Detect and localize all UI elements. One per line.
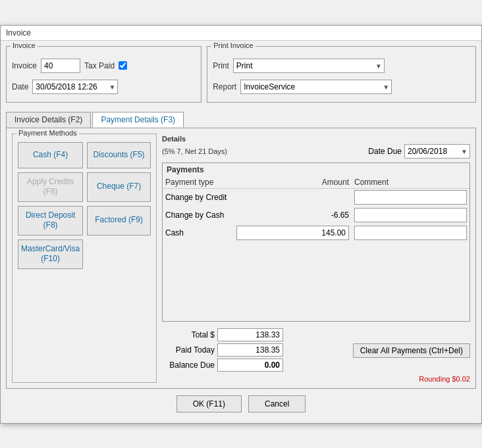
date-input[interactable] (32, 80, 118, 94)
invoice-group: Invoice Invoice Tax Paid Date ▼ (6, 46, 201, 103)
cancel-button[interactable]: Cancel (248, 395, 306, 412)
payments-area: Payment type Amount Comment Change by Cr… (163, 176, 469, 321)
print-invoice-group: Print Invoice Print Print ▼ Report Invoi… (207, 46, 476, 103)
payment-type-cell: Change by Credit (163, 188, 234, 206)
comment-cell[interactable] (352, 188, 469, 206)
paid-today-value: 138.35 (217, 343, 283, 357)
print-select[interactable]: Print (233, 59, 385, 73)
tab-invoice-details[interactable]: Invoice Details (F2) (6, 112, 91, 128)
payments-section: Payments Payment type Amount Comment (162, 162, 470, 322)
comment-cell[interactable] (352, 206, 469, 224)
ok-button[interactable]: OK (F11) (176, 395, 242, 412)
amount-cell[interactable] (234, 224, 352, 241)
payments-label: Payments (163, 163, 469, 176)
tab-content: Payment Methods Cash (F4) Discounts (F5)… (6, 128, 476, 389)
payments-table: Payment type Amount Comment Change by Cr… (163, 176, 469, 242)
cheque-button[interactable]: Cheque (F7) (87, 172, 151, 202)
comment-input[interactable] (354, 226, 467, 240)
tax-paid-checkbox[interactable] (119, 61, 127, 70)
invoice-number-input[interactable] (41, 59, 80, 73)
comment-input[interactable] (354, 190, 467, 205)
date-due-input[interactable] (404, 144, 470, 159)
print-invoice-group-label: Print Invoice (211, 41, 255, 49)
col-payment-type: Payment type (163, 176, 234, 189)
balance-due-row: Balance Due 0.00 (162, 359, 283, 372)
totals-left: Total $ 138.33 Paid Today 138.35 Balance… (162, 328, 283, 374)
payment-type-cell: Cash (163, 224, 234, 241)
date-label: Date (12, 82, 28, 91)
invoice-label: Invoice (12, 61, 37, 70)
col-comment: Comment (352, 176, 469, 189)
details-panel: Details (5% 7, Net 21 Days) Date Due ▼ (162, 134, 470, 383)
invoice-group-label: Invoice (11, 41, 38, 49)
direct-deposit-button[interactable]: Direct Deposit (F8) (18, 206, 83, 236)
details-header: Details (5% 7, Net 21 Days) Date Due ▼ (162, 134, 470, 159)
total-row: Total $ 138.33 (162, 328, 283, 341)
factored-button[interactable]: Factored (F9) (87, 206, 151, 236)
window-title: Invoice (1, 26, 481, 41)
print-label: Print (213, 61, 229, 70)
cash-button[interactable]: Cash (F4) (18, 142, 83, 168)
apply-credits-button[interactable]: Apply Credits (F6) (18, 172, 83, 202)
table-row: Change by Cash -6.65 (163, 206, 469, 224)
totals-section: Total $ 138.33 Paid Today 138.35 Balance… (162, 328, 470, 383)
amount-cell (234, 188, 352, 206)
discounts-button[interactable]: Discounts (F5) (87, 142, 151, 168)
totals-right: Clear All Payments (Ctrl+Del) (348, 343, 470, 358)
payment-buttons-grid: Cash (F4) Discounts (F5) Apply Credits (… (18, 142, 151, 270)
amount-cell: -6.65 (234, 206, 352, 224)
comment-input[interactable] (354, 208, 467, 222)
totals-bottom-row: Total $ 138.33 Paid Today 138.35 Balance… (162, 328, 470, 374)
date-due-row: Date Due ▼ (368, 144, 470, 159)
rounding-text: Rounding $0.02 (162, 375, 470, 383)
payment-methods-panel: Payment Methods Cash (F4) Discounts (F5)… (12, 134, 157, 383)
date-due-label: Date Due (368, 147, 402, 156)
cash-amount-input[interactable] (236, 226, 349, 240)
balance-due-value: 0.00 (217, 359, 283, 372)
comment-cell[interactable] (352, 224, 469, 241)
payment-methods-label: Payment Methods (16, 129, 79, 137)
total-label: Total $ (162, 330, 215, 339)
invoice-window: Invoice Invoice Invoice Tax Paid Date ▼ (0, 25, 482, 424)
tab-payment-details[interactable]: Payment Details (F3) (92, 112, 184, 128)
bottom-buttons: OK (F11) Cancel (6, 389, 476, 418)
report-label: Report (213, 82, 236, 91)
table-row: Cash (163, 224, 469, 241)
tax-paid-label: Tax Paid (84, 61, 115, 70)
paid-today-row: Paid Today 138.35 (162, 343, 283, 357)
report-select[interactable]: InvoiceService (240, 80, 392, 94)
paid-today-label: Paid Today (162, 345, 215, 355)
table-row: Change by Credit (163, 188, 469, 206)
details-title: Details (162, 134, 470, 144)
mastercard-visa-button[interactable]: MasterCard/Visa (F10) (18, 239, 83, 269)
balance-due-label: Balance Due (162, 361, 215, 370)
col-amount: Amount (234, 176, 352, 189)
details-subtitle: (5% 7, Net 21 Days) (162, 147, 227, 155)
tab-bar: Invoice Details (F2) Payment Details (F3… (6, 112, 476, 128)
total-value: 138.33 (217, 328, 283, 341)
payment-type-cell: Change by Cash (163, 206, 234, 224)
clear-payments-button[interactable]: Clear All Payments (Ctrl+Del) (353, 343, 470, 358)
